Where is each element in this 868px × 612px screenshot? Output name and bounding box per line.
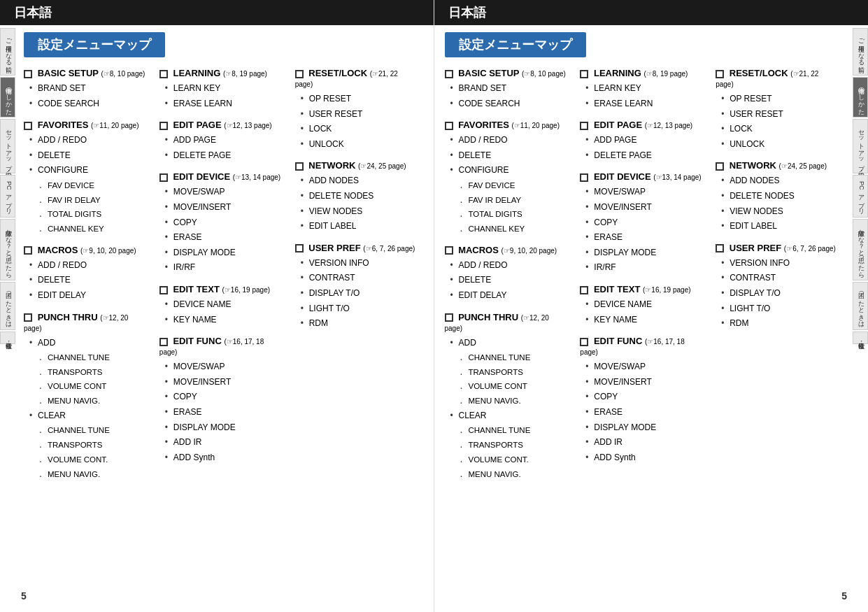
r-edit-func-checkbox bbox=[580, 338, 588, 346]
right-column-1: BASIC SETUP (☞8, 10 page) BRAND SET CODE… bbox=[445, 68, 574, 490]
r-section-network: NETWORK (☞24, 25 page) ADD NODES DELETE … bbox=[716, 160, 837, 234]
list-item: CHANNEL KEY bbox=[38, 222, 145, 236]
section-edit-device: EDIT DEVICE (☞13, 14 page) MOVE/SWAP MOV… bbox=[159, 171, 281, 276]
list-item: ADD / REDO bbox=[459, 258, 567, 273]
right-tab-1[interactable]: ご使用になる前に bbox=[853, 28, 868, 76]
list-item: KEY NAME bbox=[594, 313, 702, 328]
right-tab-3[interactable]: セットアップ・設定 bbox=[853, 119, 868, 173]
list-item: CLEAR bbox=[459, 408, 567, 424]
macros-header: MACROS (☞9, 10, 20 page) bbox=[24, 245, 145, 255]
edit-device-header: EDIT DEVICE (☞13, 14 page) bbox=[159, 171, 281, 182]
list-item: DELETE NODES bbox=[730, 189, 837, 204]
list-item: ERASE LEARN bbox=[594, 97, 702, 112]
list-item: ADD / REDO bbox=[459, 133, 567, 148]
edit-page-header: EDIT PAGE (☞12, 13 page) bbox=[159, 120, 281, 130]
menu-columns: BASIC SETUP (☞8, 10 page) BRAND SET CODE… bbox=[24, 68, 424, 490]
list-item: MOVE/SWAP bbox=[173, 185, 281, 200]
reset-lock-checkbox bbox=[295, 70, 304, 78]
r-edit-text-header: EDIT TEXT (☞16, 19 page) bbox=[580, 284, 702, 294]
column-3: RESET/LOCK (☞21, 22 page) OP RESET USER … bbox=[288, 68, 424, 490]
r-network-header: NETWORK (☞24, 25 page) bbox=[716, 160, 837, 171]
list-item: ADD NODES bbox=[730, 173, 837, 189]
list-item: LEARN KEY bbox=[594, 81, 702, 97]
section-edit-text: EDIT TEXT (☞16, 19 page) DEVICE NAME KEY… bbox=[159, 284, 281, 327]
list-item: DELETE bbox=[459, 273, 567, 288]
list-item: MOVE/SWAP bbox=[594, 360, 702, 375]
list-item: DEVICE NAME bbox=[594, 297, 702, 313]
r-edit-text-checkbox bbox=[580, 286, 588, 294]
right-tab-4[interactable]: PCアプリ bbox=[853, 175, 868, 218]
list-item: ADD bbox=[38, 336, 145, 351]
section-user-pref: USER PREF (☞6, 7, 26 page) VERSION INFO … bbox=[295, 243, 417, 332]
punch-thru-checkbox bbox=[24, 313, 32, 322]
right-tab-5[interactable]: 故障かな？と思ったら bbox=[853, 219, 868, 280]
column-1: BASIC SETUP (☞8, 10 page) BRAND SET CODE… bbox=[24, 68, 152, 490]
list-item: UNLOCK bbox=[730, 137, 837, 152]
r-basic-setup-header: BASIC SETUP (☞8, 10 page) bbox=[445, 68, 567, 78]
r-edit-device-checkbox bbox=[580, 173, 588, 182]
left-tab-6[interactable]: 困ったときは bbox=[0, 282, 15, 330]
r-basic-setup-checkbox bbox=[445, 70, 453, 78]
list-item: ADD / REDO bbox=[38, 133, 145, 148]
left-tab-7[interactable]: 仕様・索引 bbox=[0, 332, 15, 344]
list-item: RDM bbox=[309, 316, 417, 332]
page-title: 設定メニューマップ bbox=[24, 32, 165, 57]
list-item: ADD / REDO bbox=[38, 258, 145, 273]
reset-lock-header: RESET/LOCK (☞21, 22 page) bbox=[295, 68, 417, 89]
list-item: COPY bbox=[594, 390, 702, 405]
right-tab-2[interactable]: 準備のしかた bbox=[853, 77, 868, 118]
right-tab-6[interactable]: 困ったときは bbox=[853, 282, 868, 330]
list-item: ERASE bbox=[173, 230, 281, 245]
list-item: TRANSPORTS bbox=[38, 365, 145, 380]
list-item: CODE SEARCH bbox=[459, 97, 567, 112]
r-user-pref-header: USER PREF (☞6, 7, 26 page) bbox=[716, 243, 837, 253]
right-tab-7[interactable]: 仕様・索引 bbox=[853, 332, 868, 344]
list-item: DEVICE NAME bbox=[173, 297, 281, 313]
list-item: VOLUME CONT. bbox=[459, 453, 567, 467]
edit-page-checkbox bbox=[159, 122, 168, 130]
left-tab-4[interactable]: PCアプリ bbox=[0, 175, 15, 218]
list-item: DISPLAY T/O bbox=[309, 286, 417, 301]
left-page: 日本語 ご使用になる前に 準備のしかた セットアップ・設定 PCアプリ 故障かな… bbox=[0, 0, 434, 612]
left-tab-3[interactable]: セットアップ・設定 bbox=[0, 119, 15, 173]
section-favorites: FAVORITES (☞11, 20 page) ADD / REDO DELE… bbox=[24, 120, 145, 236]
right-side-tabs: ご使用になる前に 準備のしかた セットアップ・設定 PCアプリ 故障かな？と思っ… bbox=[853, 28, 868, 344]
r-edit-device-header: EDIT DEVICE (☞13, 14 page) bbox=[580, 171, 702, 182]
section-basic-setup: BASIC SETUP (☞8, 10 page) BRAND SET CODE… bbox=[24, 68, 145, 111]
right-page: 日本語 ご使用になる前に 準備のしかた セットアップ・設定 PCアプリ 故障かな… bbox=[434, 0, 869, 612]
left-tab-2[interactable]: 準備のしかた bbox=[0, 77, 15, 118]
list-item: CODE SEARCH bbox=[38, 97, 145, 112]
list-item: VOLUME CONT. bbox=[38, 453, 145, 467]
r-section-edit-page: EDIT PAGE (☞12, 13 page) ADD PAGE DELETE… bbox=[580, 120, 702, 163]
list-item: EDIT LABEL bbox=[309, 219, 417, 234]
r-reset-lock-checkbox bbox=[716, 70, 724, 78]
list-item: OP RESET bbox=[730, 92, 837, 107]
list-item: TOTAL DIGITS bbox=[459, 207, 567, 222]
list-item: CHANNEL KEY bbox=[459, 222, 567, 236]
list-item: ADD PAGE bbox=[173, 133, 281, 148]
left-tab-1[interactable]: ご使用になる前に bbox=[0, 28, 15, 76]
r-macros-header: MACROS (☞9, 10, 20 page) bbox=[445, 245, 567, 255]
learning-header: LEARNING (☞8, 19 page) bbox=[159, 68, 281, 78]
r-reset-lock-header: RESET/LOCK (☞21, 22 page) bbox=[716, 68, 837, 89]
list-item: MOVE/INSERT bbox=[173, 375, 281, 390]
edit-text-header: EDIT TEXT (☞16, 19 page) bbox=[159, 284, 281, 294]
left-tab-5[interactable]: 故障かな？と思ったら bbox=[0, 219, 15, 280]
section-punch-thru: PUNCH THRU (☞12, 20 page) ADD CHANNEL TU… bbox=[24, 312, 145, 482]
r-user-pref-checkbox bbox=[716, 244, 724, 252]
r-section-favorites: FAVORITES (☞11, 20 page) ADD / REDO DELE… bbox=[445, 120, 567, 236]
list-item: TRANSPORTS bbox=[459, 438, 567, 453]
list-item: TOTAL DIGITS bbox=[38, 207, 145, 222]
list-item: MOVE/INSERT bbox=[594, 375, 702, 390]
right-column-2: LEARNING (☞8, 19 page) LEARN KEY ERASE L… bbox=[573, 68, 709, 490]
macros-checkbox bbox=[24, 246, 32, 255]
list-item: USER RESET bbox=[309, 107, 417, 122]
list-item: DISPLAY T/O bbox=[730, 286, 837, 301]
edit-func-header: EDIT FUNC (☞16, 17, 18 page) bbox=[159, 336, 281, 357]
list-item: MOVE/INSERT bbox=[594, 200, 702, 215]
section-edit-page: EDIT PAGE (☞12, 13 page) ADD PAGE DELETE… bbox=[159, 120, 281, 163]
right-header-title: 日本語 bbox=[448, 4, 486, 21]
list-item: DELETE PAGE bbox=[594, 148, 702, 164]
list-item: ADD Synth bbox=[173, 450, 281, 466]
right-menu-columns: BASIC SETUP (☞8, 10 page) BRAND SET CODE… bbox=[445, 68, 845, 490]
